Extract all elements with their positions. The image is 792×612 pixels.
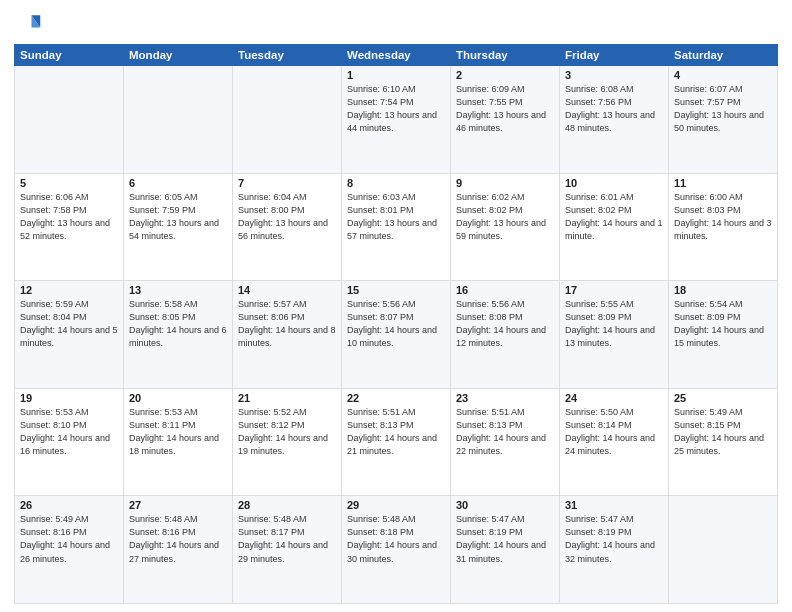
calendar-week-row: 5Sunrise: 6:06 AMSunset: 7:58 PMDaylight…: [15, 173, 778, 281]
cell-info: Sunrise: 6:04 AMSunset: 8:00 PMDaylight:…: [238, 191, 336, 243]
cell-info: Sunrise: 5:53 AMSunset: 8:10 PMDaylight:…: [20, 406, 118, 458]
calendar-cell: 25Sunrise: 5:49 AMSunset: 8:15 PMDayligh…: [669, 388, 778, 496]
calendar-cell: 27Sunrise: 5:48 AMSunset: 8:16 PMDayligh…: [124, 496, 233, 604]
weekday-header-wednesday: Wednesday: [342, 45, 451, 66]
calendar-cell: [15, 66, 124, 174]
calendar-cell: 9Sunrise: 6:02 AMSunset: 8:02 PMDaylight…: [451, 173, 560, 281]
day-number: 22: [347, 392, 445, 404]
calendar-week-row: 12Sunrise: 5:59 AMSunset: 8:04 PMDayligh…: [15, 281, 778, 389]
cell-info: Sunrise: 5:49 AMSunset: 8:16 PMDaylight:…: [20, 513, 118, 565]
cell-info: Sunrise: 6:00 AMSunset: 8:03 PMDaylight:…: [674, 191, 772, 243]
weekday-header-friday: Friday: [560, 45, 669, 66]
cell-info: Sunrise: 5:48 AMSunset: 8:16 PMDaylight:…: [129, 513, 227, 565]
logo: [14, 10, 44, 38]
calendar-week-row: 19Sunrise: 5:53 AMSunset: 8:10 PMDayligh…: [15, 388, 778, 496]
day-number: 6: [129, 177, 227, 189]
calendar-cell: 31Sunrise: 5:47 AMSunset: 8:19 PMDayligh…: [560, 496, 669, 604]
calendar-cell: 5Sunrise: 6:06 AMSunset: 7:58 PMDaylight…: [15, 173, 124, 281]
calendar-cell: [233, 66, 342, 174]
cell-info: Sunrise: 5:56 AMSunset: 8:08 PMDaylight:…: [456, 298, 554, 350]
cell-info: Sunrise: 5:55 AMSunset: 8:09 PMDaylight:…: [565, 298, 663, 350]
cell-info: Sunrise: 6:09 AMSunset: 7:55 PMDaylight:…: [456, 83, 554, 135]
day-number: 16: [456, 284, 554, 296]
day-number: 30: [456, 499, 554, 511]
calendar-cell: 12Sunrise: 5:59 AMSunset: 8:04 PMDayligh…: [15, 281, 124, 389]
calendar-week-row: 26Sunrise: 5:49 AMSunset: 8:16 PMDayligh…: [15, 496, 778, 604]
cell-info: Sunrise: 5:47 AMSunset: 8:19 PMDaylight:…: [565, 513, 663, 565]
day-number: 1: [347, 69, 445, 81]
cell-info: Sunrise: 5:57 AMSunset: 8:06 PMDaylight:…: [238, 298, 336, 350]
calendar-cell: 18Sunrise: 5:54 AMSunset: 8:09 PMDayligh…: [669, 281, 778, 389]
calendar-cell: 2Sunrise: 6:09 AMSunset: 7:55 PMDaylight…: [451, 66, 560, 174]
calendar-cell: 10Sunrise: 6:01 AMSunset: 8:02 PMDayligh…: [560, 173, 669, 281]
cell-info: Sunrise: 6:02 AMSunset: 8:02 PMDaylight:…: [456, 191, 554, 243]
cell-info: Sunrise: 5:47 AMSunset: 8:19 PMDaylight:…: [456, 513, 554, 565]
calendar-cell: 14Sunrise: 5:57 AMSunset: 8:06 PMDayligh…: [233, 281, 342, 389]
day-number: 21: [238, 392, 336, 404]
cell-info: Sunrise: 6:08 AMSunset: 7:56 PMDaylight:…: [565, 83, 663, 135]
day-number: 15: [347, 284, 445, 296]
cell-info: Sunrise: 6:10 AMSunset: 7:54 PMDaylight:…: [347, 83, 445, 135]
day-number: 29: [347, 499, 445, 511]
day-number: 4: [674, 69, 772, 81]
calendar-cell: [124, 66, 233, 174]
day-number: 3: [565, 69, 663, 81]
weekday-header-row: SundayMondayTuesdayWednesdayThursdayFrid…: [15, 45, 778, 66]
day-number: 8: [347, 177, 445, 189]
header: [14, 10, 778, 38]
day-number: 17: [565, 284, 663, 296]
cell-info: Sunrise: 5:52 AMSunset: 8:12 PMDaylight:…: [238, 406, 336, 458]
calendar-cell: 20Sunrise: 5:53 AMSunset: 8:11 PMDayligh…: [124, 388, 233, 496]
weekday-header-saturday: Saturday: [669, 45, 778, 66]
cell-info: Sunrise: 5:58 AMSunset: 8:05 PMDaylight:…: [129, 298, 227, 350]
calendar-cell: 11Sunrise: 6:00 AMSunset: 8:03 PMDayligh…: [669, 173, 778, 281]
calendar-cell: [669, 496, 778, 604]
day-number: 28: [238, 499, 336, 511]
calendar-cell: 23Sunrise: 5:51 AMSunset: 8:13 PMDayligh…: [451, 388, 560, 496]
day-number: 27: [129, 499, 227, 511]
cell-info: Sunrise: 5:54 AMSunset: 8:09 PMDaylight:…: [674, 298, 772, 350]
calendar-cell: 24Sunrise: 5:50 AMSunset: 8:14 PMDayligh…: [560, 388, 669, 496]
calendar-cell: 4Sunrise: 6:07 AMSunset: 7:57 PMDaylight…: [669, 66, 778, 174]
calendar-cell: 29Sunrise: 5:48 AMSunset: 8:18 PMDayligh…: [342, 496, 451, 604]
day-number: 10: [565, 177, 663, 189]
day-number: 24: [565, 392, 663, 404]
cell-info: Sunrise: 5:51 AMSunset: 8:13 PMDaylight:…: [456, 406, 554, 458]
calendar-cell: 30Sunrise: 5:47 AMSunset: 8:19 PMDayligh…: [451, 496, 560, 604]
cell-info: Sunrise: 6:01 AMSunset: 8:02 PMDaylight:…: [565, 191, 663, 243]
day-number: 19: [20, 392, 118, 404]
day-number: 12: [20, 284, 118, 296]
calendar-cell: 19Sunrise: 5:53 AMSunset: 8:10 PMDayligh…: [15, 388, 124, 496]
day-number: 14: [238, 284, 336, 296]
calendar-cell: 26Sunrise: 5:49 AMSunset: 8:16 PMDayligh…: [15, 496, 124, 604]
weekday-header-monday: Monday: [124, 45, 233, 66]
day-number: 5: [20, 177, 118, 189]
cell-info: Sunrise: 5:56 AMSunset: 8:07 PMDaylight:…: [347, 298, 445, 350]
day-number: 25: [674, 392, 772, 404]
cell-info: Sunrise: 6:07 AMSunset: 7:57 PMDaylight:…: [674, 83, 772, 135]
day-number: 18: [674, 284, 772, 296]
page: SundayMondayTuesdayWednesdayThursdayFrid…: [0, 0, 792, 612]
cell-info: Sunrise: 6:03 AMSunset: 8:01 PMDaylight:…: [347, 191, 445, 243]
day-number: 11: [674, 177, 772, 189]
calendar-cell: 13Sunrise: 5:58 AMSunset: 8:05 PMDayligh…: [124, 281, 233, 389]
day-number: 2: [456, 69, 554, 81]
calendar-cell: 7Sunrise: 6:04 AMSunset: 8:00 PMDaylight…: [233, 173, 342, 281]
calendar-cell: 6Sunrise: 6:05 AMSunset: 7:59 PMDaylight…: [124, 173, 233, 281]
day-number: 7: [238, 177, 336, 189]
calendar-cell: 28Sunrise: 5:48 AMSunset: 8:17 PMDayligh…: [233, 496, 342, 604]
cell-info: Sunrise: 5:50 AMSunset: 8:14 PMDaylight:…: [565, 406, 663, 458]
cell-info: Sunrise: 5:49 AMSunset: 8:15 PMDaylight:…: [674, 406, 772, 458]
calendar-table: SundayMondayTuesdayWednesdayThursdayFrid…: [14, 44, 778, 604]
calendar-cell: 16Sunrise: 5:56 AMSunset: 8:08 PMDayligh…: [451, 281, 560, 389]
calendar-cell: 1Sunrise: 6:10 AMSunset: 7:54 PMDaylight…: [342, 66, 451, 174]
calendar-cell: 21Sunrise: 5:52 AMSunset: 8:12 PMDayligh…: [233, 388, 342, 496]
day-number: 9: [456, 177, 554, 189]
day-number: 23: [456, 392, 554, 404]
day-number: 13: [129, 284, 227, 296]
cell-info: Sunrise: 5:48 AMSunset: 8:18 PMDaylight:…: [347, 513, 445, 565]
cell-info: Sunrise: 5:53 AMSunset: 8:11 PMDaylight:…: [129, 406, 227, 458]
calendar-cell: 3Sunrise: 6:08 AMSunset: 7:56 PMDaylight…: [560, 66, 669, 174]
weekday-header-sunday: Sunday: [15, 45, 124, 66]
day-number: 31: [565, 499, 663, 511]
